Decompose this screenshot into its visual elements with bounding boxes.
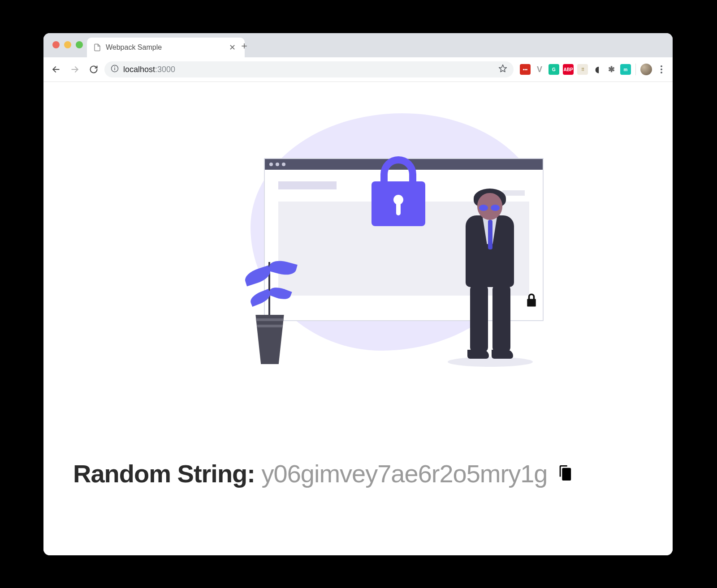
address-text: localhost:3000 bbox=[123, 65, 175, 74]
extension-extension-m-icon[interactable]: m bbox=[620, 64, 631, 75]
security-illustration bbox=[165, 113, 551, 364]
security-guard-illustration bbox=[457, 193, 524, 363]
page-content: Random String: y06gimvey7ae6r2o5mry1g bbox=[43, 82, 673, 555]
profile-avatar[interactable] bbox=[640, 64, 652, 75]
browser-menu-button[interactable] bbox=[655, 63, 668, 76]
extension-adblock-icon[interactable]: ABP bbox=[563, 64, 574, 75]
random-string-label: Random String: bbox=[73, 459, 262, 488]
address-host: localhost bbox=[123, 65, 155, 74]
lock-small-icon bbox=[525, 292, 538, 309]
window-close-button[interactable] bbox=[52, 41, 60, 48]
copy-button[interactable] bbox=[555, 463, 574, 485]
extension-extension-cog-icon[interactable]: ✱ bbox=[606, 64, 617, 75]
tab-strip: Webpack Sample ✕ ＋ bbox=[43, 33, 673, 57]
browser-tab[interactable]: Webpack Sample ✕ bbox=[87, 38, 245, 57]
tab-close-button[interactable]: ✕ bbox=[226, 43, 238, 52]
toolbar-divider bbox=[635, 64, 636, 75]
window-zoom-button[interactable] bbox=[76, 41, 83, 48]
file-icon bbox=[93, 43, 101, 52]
extension-grammarly-icon[interactable]: G bbox=[549, 64, 559, 75]
tab-title: Webpack Sample bbox=[106, 43, 222, 52]
lock-icon bbox=[371, 181, 425, 226]
bookmark-star-icon[interactable] bbox=[498, 64, 507, 75]
svg-point-4 bbox=[114, 66, 115, 67]
illustration-placeholder-bar bbox=[278, 181, 337, 189]
random-string-row: Random String: y06gimvey7ae6r2o5mry1g bbox=[73, 459, 655, 488]
window-controls bbox=[52, 41, 83, 48]
browser-toolbar: localhost:3000 •••VGABP⠿◖✱m bbox=[43, 57, 673, 82]
extension-vue-icon[interactable]: V bbox=[534, 64, 545, 75]
address-bar[interactable]: localhost:3000 bbox=[104, 61, 514, 77]
svg-marker-5 bbox=[499, 64, 507, 72]
site-info-icon[interactable] bbox=[111, 64, 119, 75]
address-port: :3000 bbox=[155, 65, 175, 74]
extensions-row: •••VGABP⠿◖✱m bbox=[516, 64, 631, 75]
nav-back-button[interactable] bbox=[48, 61, 64, 77]
extension-lastpass-icon[interactable]: ••• bbox=[520, 64, 531, 75]
new-tab-button[interactable]: ＋ bbox=[238, 39, 251, 52]
extension-dark-mode-icon[interactable]: ◖ bbox=[592, 64, 602, 75]
extension-extension-grid-icon[interactable]: ⠿ bbox=[577, 64, 588, 75]
random-string-value: y06gimvey7ae6r2o5mry1g bbox=[262, 459, 548, 488]
window-minimize-button[interactable] bbox=[64, 41, 71, 48]
nav-reload-button[interactable] bbox=[86, 61, 102, 77]
browser-window: Webpack Sample ✕ ＋ localhost:3000 •••VGA bbox=[43, 33, 673, 555]
plant-illustration bbox=[242, 248, 300, 364]
nav-forward-button[interactable] bbox=[67, 61, 83, 77]
